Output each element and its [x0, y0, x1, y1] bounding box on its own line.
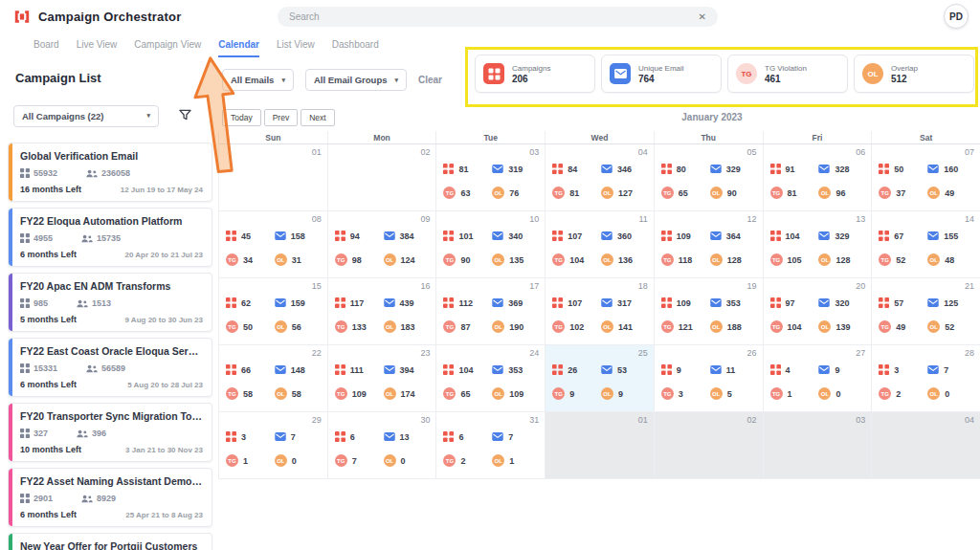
- calendar-day-cell[interactable]: 05 80 329 TG 65 OL 90: [654, 144, 763, 211]
- tab-dashboard[interactable]: Dashboard: [332, 35, 379, 57]
- campaign-time-left: 10 months Left: [20, 445, 81, 454]
- calendar-day-cell[interactable]: 30 6 13 TG 7 OL 0: [327, 412, 436, 479]
- email-count: 158: [291, 231, 305, 241]
- calendar-day-cell[interactable]: 03 81 319 TG 63 OL 76: [435, 144, 545, 211]
- calendar-day-cell[interactable]: 28 3 7 TG 2 OL 0: [871, 345, 980, 412]
- tab-list-view[interactable]: List View: [277, 35, 315, 57]
- email-groups-filter-select[interactable]: All Email Groups ▾: [305, 69, 407, 91]
- campaign-count-icon: [335, 297, 345, 308]
- email-count: 11: [726, 365, 736, 375]
- calendar-day-cell[interactable]: 10 101 340 TG 90 OL 135: [435, 211, 545, 278]
- day-number: 21: [965, 281, 974, 291]
- calendar-day-cell[interactable]: 08 45 158 TG 34 OL 31: [218, 211, 327, 278]
- overlap-count: 48: [945, 255, 954, 265]
- calendar-month-label: January 2023: [681, 112, 742, 122]
- search-input[interactable]: [289, 11, 699, 22]
- email-count-icon: [927, 298, 939, 307]
- email-count-icon: [275, 365, 286, 374]
- calendar-day-cell[interactable]: 06 91 328 TG 81 OL 96: [763, 144, 872, 211]
- campaign-count: 4955: [33, 233, 53, 243]
- campaign-list: Global Verification Email 55932 236058 1…: [8, 143, 212, 550]
- calendar-day-cell[interactable]: 01: [218, 144, 327, 211]
- day-number: 02: [747, 415, 757, 425]
- search-clear-icon[interactable]: ✕: [699, 12, 706, 22]
- campaign-date-range: 25 Apr 21 to 8 Aug 23: [125, 511, 203, 519]
- campaign-card[interactable]: FY20 Apac EN ADM Transforms 985 1513 5 m…: [8, 273, 212, 332]
- day-header: Sun: [218, 131, 327, 143]
- clear-filters-button[interactable]: Clear: [418, 75, 442, 85]
- tg-violation-icon: TG: [879, 320, 891, 333]
- overlap-count: 56: [292, 322, 301, 332]
- campaign-filter-select[interactable]: All Campaigns (22) ▾: [13, 105, 159, 127]
- filter-button[interactable]: [170, 104, 199, 127]
- overlap-icon: OL: [275, 454, 287, 467]
- overlap-count: 174: [401, 389, 415, 399]
- calendar-day-cell[interactable]: 18 107 317 TG 102 OL 141: [545, 278, 654, 345]
- emails-filter-select[interactable]: All Emails ▾: [222, 69, 294, 91]
- day-number: 03: [856, 415, 865, 425]
- calendar-day-cell[interactable]: 01: [545, 412, 654, 479]
- calendar-day-cell[interactable]: 17 112 369 TG 87 OL 190: [435, 278, 545, 345]
- calendar-day-cell[interactable]: 14 67 155 TG 52 OL 48: [871, 211, 980, 278]
- overlap-count: 96: [835, 188, 845, 198]
- calendar-day-cell[interactable]: 04 84 346 TG 81 OL 127: [545, 144, 654, 211]
- campaign-name: Global Verification Email: [20, 150, 203, 162]
- calendar-day-cell[interactable]: 24 104 353 TG 65 OL 109: [435, 345, 545, 412]
- calendar-day-cell[interactable]: 07 50 160 TG 37 OL 49: [871, 144, 980, 211]
- campaign-card[interactable]: New Year Offer for Portqii Customers: [8, 533, 212, 550]
- calendar-day-cell[interactable]: 16 117 439 TG 133 OL 183: [327, 278, 436, 345]
- calendar-day-cell[interactable]: 03: [763, 412, 872, 479]
- search-bar[interactable]: ✕: [278, 7, 718, 27]
- tg-count: 65: [679, 188, 688, 198]
- calendar-day-cell[interactable]: 27 4 9 TG 1 OL 0: [763, 345, 872, 412]
- calendar-day-cell[interactable]: 22 66 148 TG 58 OL 58: [218, 345, 327, 412]
- chevron-down-icon: ▾: [146, 112, 150, 120]
- calendar-day-cell[interactable]: 02: [327, 144, 436, 211]
- calendar-day-cell[interactable]: 12 109 364 TG 118 OL 128: [654, 211, 763, 278]
- calendar-day-cell[interactable]: 31 6 7 TG 2 OL 1: [435, 412, 545, 479]
- overlap-count: 0: [292, 456, 297, 466]
- calendar-day-cell[interactable]: 04: [871, 412, 980, 479]
- calendar-day-cell[interactable]: 21 57 125 TG 49 OL 52: [871, 278, 980, 345]
- campaign-count-icon: [552, 297, 563, 308]
- calendar-day-cell[interactable]: 23 111 394 TG 109 OL 174: [327, 345, 436, 412]
- tab-campaign-view[interactable]: Campaign View: [134, 35, 201, 57]
- calendar-day-cell[interactable]: 11 107 360 TG 104 OL 136: [545, 211, 654, 278]
- tab-board[interactable]: Board: [33, 35, 59, 57]
- audience-count: 56589: [101, 363, 125, 373]
- campaign-card[interactable]: Global Verification Email 55932 236058 1…: [8, 143, 212, 202]
- overlap-icon: OL: [275, 387, 287, 400]
- calendar-controls: Today Prev Next: [222, 109, 335, 126]
- tab-calendar[interactable]: Calendar: [218, 35, 259, 57]
- campaign-count: 91: [786, 165, 795, 174]
- overlap-icon: OL: [601, 387, 613, 400]
- calendar-day-cell[interactable]: 20 97 320 TG 104 OL 139: [763, 278, 872, 345]
- campaign-card[interactable]: FY22 East Coast Oracle Eloqua Server 153…: [8, 338, 212, 397]
- email-count: 353: [508, 365, 523, 375]
- avatar[interactable]: PD: [944, 4, 969, 29]
- calendar-day-cell[interactable]: 26 9 11 TG 3 OL 5: [654, 345, 763, 412]
- calendar-day-cell[interactable]: 13 104 329 TG 105 OL 128: [763, 211, 872, 278]
- calendar-day-cell[interactable]: 19 109 353 TG 121 OL 188: [654, 278, 763, 345]
- calendar-day-cell[interactable]: 15 62 159 TG 50 OL 56: [218, 278, 327, 345]
- email-groups-filter-value: All Email Groups: [314, 75, 388, 85]
- campaign-card[interactable]: FY20 Transporter Sync Migration Topics 3…: [8, 403, 212, 462]
- campaign-card[interactable]: FY22 Eloqua Automation Platform 4955 157…: [8, 208, 212, 267]
- calendar-day-cell[interactable]: 09 94 384 TG 98 OL 124: [327, 211, 436, 278]
- email-count-icon: [275, 298, 286, 307]
- next-button[interactable]: Next: [301, 109, 334, 126]
- today-button[interactable]: Today: [222, 109, 261, 126]
- calendar-day-cell[interactable]: 25 26 53 TG 9 OL 9: [545, 345, 654, 412]
- tg-count: 3: [679, 389, 683, 399]
- overlap-icon: OL: [384, 253, 396, 266]
- campaign-count: 101: [458, 231, 473, 241]
- tg-count: 58: [243, 389, 253, 399]
- tg-violation-icon: TG: [770, 387, 783, 400]
- campaign-card[interactable]: FY22 Asset Naming Assistant Demo Resp...…: [8, 468, 212, 527]
- campaign-count: 107: [568, 231, 582, 241]
- prev-button[interactable]: Prev: [264, 109, 298, 126]
- calendar-day-cell[interactable]: 29 3 7 TG 1 OL 0: [218, 412, 327, 479]
- calendar-day-cell[interactable]: 02: [654, 412, 763, 479]
- tab-live-view[interactable]: Live View: [77, 35, 118, 57]
- day-number: 20: [856, 281, 865, 291]
